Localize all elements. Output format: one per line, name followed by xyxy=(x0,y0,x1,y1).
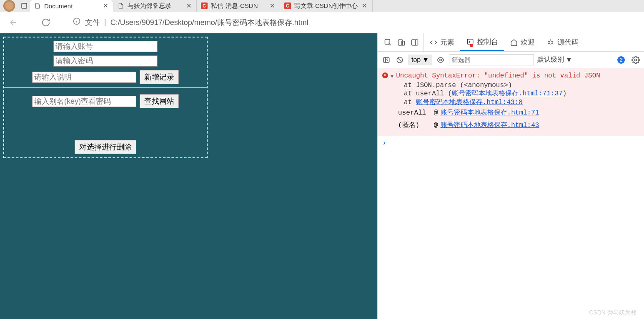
browser-tab-2[interactable]: C 私信-消息-CSDN ✕ xyxy=(197,0,280,12)
home-icon xyxy=(510,38,518,47)
account-input[interactable] xyxy=(53,41,158,52)
issues-counter[interactable]: 2 xyxy=(617,56,625,64)
file-icon xyxy=(34,2,41,9)
tab-title: 与妖为邻备忘录 xyxy=(128,2,182,10)
tab-actions-icon[interactable] xyxy=(18,0,30,12)
find-site-button[interactable]: 查找网站 xyxy=(140,94,179,108)
log-level-selector[interactable]: 默认级别 ▼ xyxy=(537,55,572,64)
chevron-right-icon: › xyxy=(382,140,386,147)
tab-welcome[interactable]: 欢迎 xyxy=(504,33,541,51)
close-icon[interactable]: ✕ xyxy=(102,2,109,10)
close-icon[interactable]: ✕ xyxy=(185,2,192,10)
main-content: 新增记录 查找网站 对选择进行删除 元素 xyxy=(0,33,644,319)
console-output: ✕ ▼ Uncaught SyntaxError: "undefined" is… xyxy=(378,68,644,319)
sidebar-toggle-icon[interactable] xyxy=(381,55,391,65)
file-icon xyxy=(118,2,124,9)
description-input[interactable] xyxy=(32,72,136,83)
svg-line-12 xyxy=(548,41,549,42)
tab-title: 写文章-CSDN创作中心 xyxy=(294,2,358,10)
filter-input[interactable] xyxy=(449,54,534,65)
svg-point-10 xyxy=(549,41,552,44)
alias-input[interactable] xyxy=(32,96,136,107)
add-record-button[interactable]: 新增记录 xyxy=(140,70,179,84)
device-toggle-icon[interactable] xyxy=(396,37,406,47)
stack-line: at JSON.parse (<anonymous>) xyxy=(382,82,640,89)
dock-icon[interactable] xyxy=(410,37,420,47)
source-link[interactable]: 账号密码本地表格保存.html:43:8 xyxy=(416,99,523,106)
tab-sources[interactable]: 源代码 xyxy=(541,33,584,51)
form-container: 新增记录 查找网站 对选择进行删除 xyxy=(3,37,208,158)
browser-toolbar: 文件 | C:/Users/90917/Desktop/memo/账号密码本地表… xyxy=(0,12,644,33)
page-viewport: 新增记录 查找网站 对选择进行删除 xyxy=(0,33,377,319)
divider xyxy=(4,87,207,88)
gear-icon[interactable] xyxy=(631,55,641,65)
info-icon[interactable] xyxy=(73,17,81,27)
error-badge-icon xyxy=(469,43,474,47)
address-bar[interactable]: 文件 | C:/Users/90917/Desktop/memo/账号密码本地表… xyxy=(73,17,308,27)
svg-line-13 xyxy=(552,41,553,42)
tab-elements[interactable]: 元素 xyxy=(423,33,460,51)
browser-tab-0[interactable]: Document ✕ xyxy=(30,0,113,12)
tab-title: Document xyxy=(44,2,99,10)
console-prompt[interactable]: › xyxy=(378,136,644,150)
console-toolbar: top ▼ 默认级别 ▼ 2 xyxy=(378,52,644,68)
devtools-tab-bar: 元素 控制台 欢迎 源代码 xyxy=(378,33,644,52)
watermark: CSDN @与妖为邻 xyxy=(589,309,636,317)
issue-count-badge: 2 xyxy=(617,56,625,64)
chevron-down-icon: ▼ xyxy=(422,56,429,64)
inspect-icon[interactable] xyxy=(383,37,393,47)
close-icon[interactable]: ✕ xyxy=(269,2,276,10)
svg-point-20 xyxy=(440,59,442,61)
code-icon xyxy=(429,38,438,47)
source-link[interactable]: 账号密码本地表格保存.html:43 xyxy=(441,119,539,132)
url-label: 文件 xyxy=(85,17,100,27)
separator: | xyxy=(104,18,106,27)
back-button[interactable] xyxy=(8,17,19,28)
svg-line-15 xyxy=(552,43,553,44)
tab-title: 私信-消息-CSDN xyxy=(211,2,266,10)
trace-row: (匿名)@账号密码本地表格保存.html:43 xyxy=(382,119,640,132)
svg-rect-16 xyxy=(383,57,389,62)
profile-avatar[interactable] xyxy=(3,0,15,12)
svg-line-19 xyxy=(398,58,402,62)
bug-icon xyxy=(546,38,555,47)
svg-point-21 xyxy=(635,59,637,61)
chevron-down-icon: ▼ xyxy=(566,56,572,64)
browser-tab-3[interactable]: C 写文章-CSDN创作中心 ✕ xyxy=(280,0,373,12)
tab-console[interactable]: 控制台 xyxy=(460,33,504,51)
clear-console-icon[interactable] xyxy=(395,55,405,65)
browser-tab-1[interactable]: 与妖为邻备忘录 ✕ xyxy=(113,0,197,12)
csdn-icon: C xyxy=(201,2,208,9)
source-link[interactable]: 账号密码本地表格保存.html:71:37 xyxy=(452,90,563,97)
reload-button[interactable] xyxy=(40,17,52,28)
svg-rect-7 xyxy=(412,40,418,45)
live-expression-icon[interactable] xyxy=(436,55,446,65)
password-input[interactable] xyxy=(53,55,158,67)
console-error: ✕ ▼ Uncaught SyntaxError: "undefined" is… xyxy=(378,68,644,136)
delete-selected-button[interactable]: 对选择进行删除 xyxy=(75,140,136,154)
stack-line: at 账号密码本地表格保存.html:43:8 xyxy=(382,98,640,107)
error-message: Uncaught SyntaxError: "undefined" is not… xyxy=(396,71,600,82)
source-link[interactable]: 账号密码本地表格保存.html:71 xyxy=(441,107,539,119)
disclosure-toggle[interactable]: ▼ xyxy=(391,73,393,81)
context-selector[interactable]: top ▼ xyxy=(408,55,432,65)
svg-line-14 xyxy=(548,43,549,44)
devtools-panel: 元素 控制台 欢迎 源代码 top ▼ xyxy=(377,33,644,319)
error-icon: ✕ xyxy=(382,72,388,78)
url-path: C:/Users/90917/Desktop/memo/账号密码本地表格保存.h… xyxy=(110,17,308,27)
trace-row: userAll@账号密码本地表格保存.html:71 xyxy=(382,107,640,119)
csdn-icon: C xyxy=(284,2,291,9)
close-icon[interactable]: ✕ xyxy=(361,2,368,10)
stack-line: at userAll (账号密码本地表格保存.html:71:37) xyxy=(382,89,640,98)
svg-rect-0 xyxy=(22,3,27,8)
browser-tab-strip: Document ✕ 与妖为邻备忘录 ✕ C 私信-消息-CSDN ✕ C 写文… xyxy=(0,0,644,12)
